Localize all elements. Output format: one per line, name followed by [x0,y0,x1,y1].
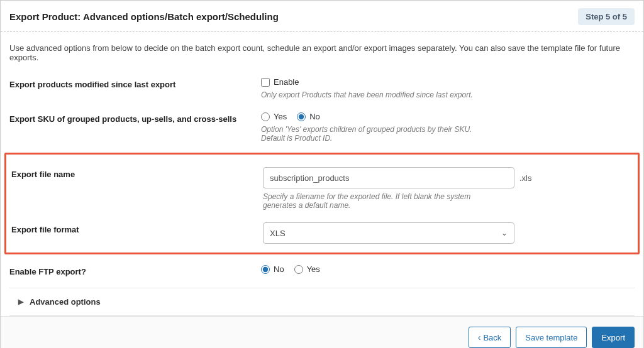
chevron-down-icon: ⌄ [501,229,508,237]
enable-checkbox-wrap[interactable]: Enable [261,77,635,87]
advanced-options-label: Advanced options [30,297,101,307]
ftp-no-option[interactable]: No [261,264,284,274]
back-button-label: Back [483,333,501,342]
highlight-box: Export file name .xls Specify a filename… [4,153,640,254]
row-modified-since: Export products modified since last expo… [9,71,635,106]
row-ftp: Enable FTP export? No Yes [9,258,635,283]
label-export-sku: Export SKU of grouped products, up-sells… [9,112,261,124]
label-file-format: Export file format [11,222,263,234]
step-badge: Step 5 of 5 [578,8,635,25]
page-description: Use advanced options from below to decid… [1,32,643,71]
ftp-yes-label: Yes [307,264,320,274]
help-file-name: Specify a filename for the exported file… [263,192,496,210]
back-button[interactable]: ‹ Back [469,327,511,348]
save-template-label: Save template [525,333,577,342]
row-file-name: Export file name .xls Specify a filename… [11,161,633,216]
sku-yes-option[interactable]: Yes [261,112,287,121]
save-template-button[interactable]: Save template [516,327,587,348]
chevron-left-icon: ‹ [478,333,481,342]
ftp-yes-option[interactable]: Yes [294,264,320,274]
export-button[interactable]: Export [592,327,635,348]
row-file-format: Export file format XLS ⌄ [11,216,633,244]
sku-yes-label: Yes [274,112,287,121]
enable-checkbox[interactable] [261,78,270,87]
label-ftp: Enable FTP export? [9,264,261,276]
page-title: Export Product: Advanced options/Batch e… [9,11,279,22]
file-format-value: XLS [270,229,286,238]
help-modified-since: Only export Products that have been modi… [261,90,494,99]
label-file-name: Export file name [11,167,263,179]
ftp-no-label: No [274,264,284,274]
label-modified-since: Export products modified since last expo… [9,77,261,89]
sku-no-radio[interactable] [297,112,306,121]
footer: ‹ Back Save template Export [1,316,643,348]
ftp-yes-radio[interactable] [294,265,303,274]
row-export-sku: Export SKU of grouped products, up-sells… [9,106,635,149]
sku-no-label: No [309,112,320,121]
sku-yes-radio[interactable] [261,112,270,121]
ftp-no-radio[interactable] [261,265,270,274]
export-button-label: Export [601,333,625,342]
enable-checkbox-label: Enable [274,77,299,87]
file-format-select[interactable]: XLS ⌄ [263,222,514,244]
help-export-sku: Option 'Yes' exports children of grouped… [261,125,494,143]
file-name-input[interactable] [263,167,514,188]
triangle-right-icon: ▶ [18,298,23,306]
sku-no-option[interactable]: No [297,112,320,121]
file-extension: .xls [519,173,532,183]
advanced-options-toggle[interactable]: ▶ Advanced options [9,288,635,316]
